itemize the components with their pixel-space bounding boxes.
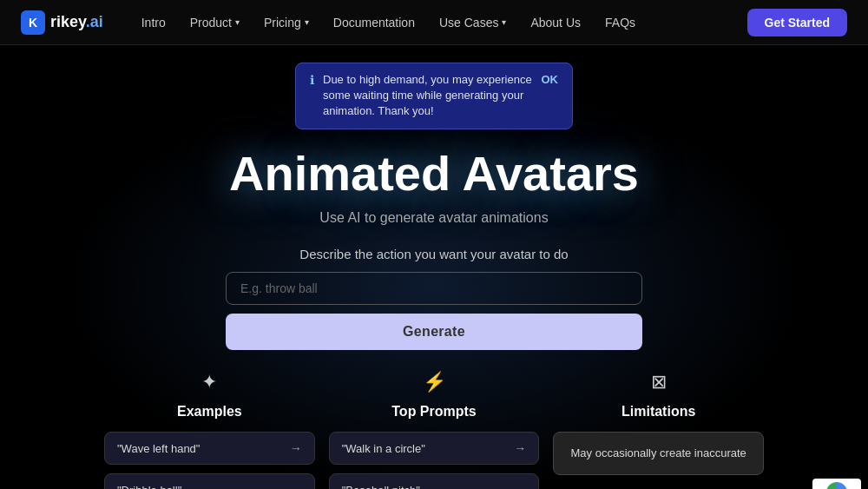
generate-button[interactable]: Generate	[226, 314, 642, 350]
recaptcha-badge: reCAPTCHA	[812, 479, 861, 489]
nav-pricing[interactable]: Pricing▾	[253, 10, 319, 35]
nav-links: Intro Product▾ Pricing▾ Documentation Us…	[131, 10, 747, 35]
logo-text: rikey.ai	[50, 13, 103, 31]
examples-icon: ✦	[201, 371, 217, 393]
examples-title: Examples	[177, 404, 242, 420]
nav-faqs[interactable]: FAQs	[595, 10, 646, 35]
nav-product[interactable]: Product▾	[180, 10, 250, 35]
arrow-icon: →	[514, 441, 526, 455]
nav-use-cases[interactable]: Use Cases▾	[429, 10, 516, 35]
prompt-label: Describe the action you want your avatar…	[299, 247, 568, 261]
top-prompts-section: ⚡ Top Prompts "Walk in a circle" → "Base…	[329, 371, 540, 489]
logo[interactable]: K rikey.ai	[21, 10, 103, 35]
hero-subtitle: Use AI to generate avatar animations	[319, 210, 548, 226]
notification-ok-button[interactable]: OK	[542, 73, 559, 86]
navbar: K rikey.ai Intro Product▾ Pricing▾ Docum…	[0, 0, 868, 45]
sections-row: ✦ Examples "Wave left hand" → "Dribble b…	[104, 371, 764, 489]
limitations-card: May occasionally create inaccurate	[553, 432, 764, 475]
top-prompts-icon: ⚡	[423, 371, 446, 393]
prompt-input-wrap	[226, 272, 642, 305]
info-icon: ℹ	[310, 73, 314, 87]
recaptcha-logo	[826, 482, 847, 489]
nav-intro[interactable]: Intro	[131, 10, 176, 35]
notification-text: Due to high demand, you may experience s…	[323, 72, 533, 120]
arrow-icon: →	[290, 441, 302, 455]
limitations-section: ⊠ Limitations May occasionally create in…	[553, 371, 764, 475]
top-prompts-title: Top Prompts	[391, 404, 476, 420]
hero-title: Animated Avatars	[229, 147, 639, 201]
nav-about-us[interactable]: About Us	[520, 10, 591, 35]
logo-icon: K	[21, 10, 45, 35]
arrow-icon: →	[290, 483, 302, 489]
prompt-card-2[interactable]: "Baseball pitch" →	[329, 473, 540, 489]
arrow-icon: →	[514, 483, 526, 489]
limitations-title: Limitations	[621, 404, 695, 420]
examples-section: ✦ Examples "Wave left hand" → "Dribble b…	[104, 371, 315, 489]
nav-documentation[interactable]: Documentation	[323, 10, 425, 35]
example-card-1[interactable]: "Wave left hand" →	[104, 432, 315, 465]
get-started-button[interactable]: Get Started	[747, 9, 847, 36]
limitations-icon: ⊠	[651, 371, 667, 393]
main-content: ℹ Due to high demand, you may experience…	[0, 45, 868, 489]
prompt-card-1[interactable]: "Walk in a circle" →	[329, 432, 540, 465]
prompt-input[interactable]	[226, 272, 642, 305]
notification-banner: ℹ Due to high demand, you may experience…	[295, 63, 573, 129]
example-card-2[interactable]: "Dribble ball" →	[104, 473, 315, 489]
